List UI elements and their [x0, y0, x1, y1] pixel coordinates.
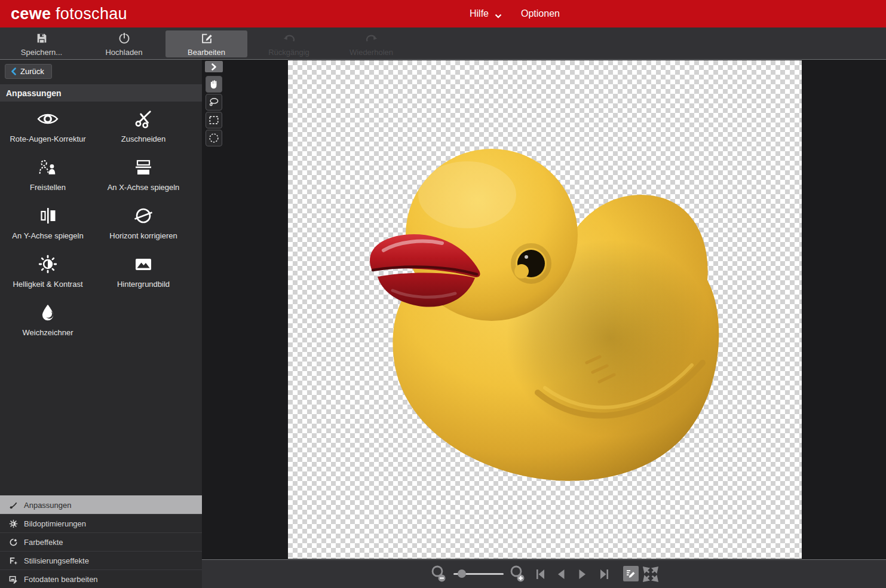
menu-optionen[interactable]: Optionen	[521, 8, 560, 19]
tool-label: An X-Achse spiegeln	[108, 183, 180, 192]
sidebar-item-label: Fotodaten bearbeiten	[24, 575, 98, 584]
back-button[interactable]: Zurück	[5, 64, 52, 79]
menu-hilfe-label: Hilfe	[470, 8, 489, 19]
sidebar-item-label: Farbeffekte	[24, 538, 63, 547]
stylize-fx-icon	[8, 556, 19, 565]
zoom-in-icon	[508, 564, 528, 584]
sidebar-item-label: Stilisierungseffekte	[24, 556, 89, 565]
sidebar-item-anpassungen[interactable]: Anpassungen	[0, 495, 202, 514]
tool-label: Zuschneiden	[121, 134, 165, 143]
redo-button-label: Wiederholen	[350, 48, 393, 57]
sidebar-item-fotodaten[interactable]: Fotodaten bearbeiten	[0, 569, 202, 588]
save-button-label: Speichern...	[21, 48, 62, 57]
image-artboard[interactable]	[288, 60, 802, 559]
section-title: Anpassungen	[0, 84, 202, 102]
previous-photo-button[interactable]	[556, 568, 566, 581]
redo-button[interactable]: Wiederholen	[330, 30, 412, 57]
compare-edit-button[interactable]	[623, 566, 639, 581]
previous-photo-icon	[556, 568, 566, 581]
canvas-image-rubber-duck[interactable]	[288, 60, 802, 559]
color-effects-icon	[8, 538, 19, 547]
tool-label: Freistellen	[30, 183, 66, 192]
editor-canvas	[202, 60, 886, 559]
chevron-down-icon	[495, 14, 502, 19]
first-photo-icon	[534, 568, 546, 581]
save-icon	[35, 32, 48, 45]
background-image-icon	[133, 253, 154, 275]
compare-edit-icon	[626, 568, 636, 579]
flip-y-icon	[38, 205, 57, 226]
zoom-out-button[interactable]	[429, 564, 449, 584]
tool-brightness[interactable]: Helligkeit & Kontrast	[0, 250, 96, 299]
upload-icon	[118, 32, 131, 45]
next-photo-button[interactable]	[577, 568, 588, 581]
save-button[interactable]: Speichern...	[1, 30, 82, 57]
app-window: cewe fotoschau Hilfe Optionen	[0, 0, 886, 588]
redo-icon	[364, 32, 379, 45]
undo-button-label: Rückgängig	[268, 48, 309, 57]
red-eye-icon	[36, 108, 59, 130]
tool-horizon[interactable]: Horizont korrigieren	[96, 202, 191, 250]
zoom-slider-thumb[interactable]	[458, 569, 466, 578]
tool-red-eye[interactable]: Rote-Augen-Korrektur	[0, 105, 96, 154]
edit-button-label: Bearbeiten	[188, 48, 225, 57]
tool-label: Weichzeichner	[22, 328, 73, 337]
chevron-left-icon	[11, 68, 16, 75]
ellipse-select-tool-button[interactable]	[206, 130, 222, 146]
sidebar: Zurück Anpassungen Rote-Augen-Korrektur	[0, 60, 202, 588]
photo-data-icon	[8, 575, 19, 584]
hand-icon	[209, 78, 220, 90]
tool-background[interactable]: Hintergrundbild	[96, 250, 191, 299]
sidebar-item-stilisierungseffekte[interactable]: Stilisierungseffekte	[0, 551, 202, 569]
lasso-tool-button[interactable]	[206, 94, 222, 111]
tool-label: Horizont korrigieren	[109, 231, 177, 240]
adjustments-icon	[8, 501, 19, 510]
upload-button-label: Hochladen	[105, 48, 142, 57]
tool-blur[interactable]: Weichzeichner	[0, 299, 96, 347]
edit-button[interactable]: Bearbeiten	[165, 30, 247, 57]
tool-flip-y[interactable]: An Y-Achse spiegeln	[0, 202, 96, 250]
sidebar-item-label: Bildoptimierungen	[24, 519, 86, 528]
undo-icon	[282, 32, 296, 45]
cutout-person-icon	[38, 157, 57, 178]
menu-optionen-label: Optionen	[521, 8, 560, 19]
last-photo-button[interactable]	[599, 568, 611, 581]
edit-icon	[200, 32, 213, 45]
tool-label: Rote-Augen-Korrektur	[10, 134, 85, 143]
first-photo-button[interactable]	[534, 568, 546, 581]
palette-collapse-button[interactable]	[205, 61, 223, 72]
brand-logo: cewe fotoschau	[11, 5, 127, 23]
lasso-icon	[208, 96, 220, 108]
fullscreen-icon	[642, 565, 660, 583]
brand-regular: fotoschau	[56, 5, 127, 23]
undo-button[interactable]: Rückgängig	[248, 30, 330, 57]
sidebar-category-menu: Anpassungen Bildoptimierun	[0, 495, 202, 588]
upload-button[interactable]: Hochladen	[83, 30, 165, 57]
sidebar-item-bildoptimierungen[interactable]: Bildoptimierungen	[0, 514, 202, 532]
blur-drop-icon	[39, 302, 57, 323]
statusbar	[202, 559, 886, 588]
hand-tool-button[interactable]	[206, 76, 222, 93]
tool-flip-x[interactable]: An X-Achse spiegeln	[96, 154, 191, 202]
tool-crop[interactable]: Zuschneiden	[96, 105, 191, 154]
rect-select-icon	[208, 114, 220, 126]
zoom-in-button[interactable]	[508, 564, 528, 584]
fullscreen-button[interactable]	[642, 565, 660, 583]
zoom-out-icon	[429, 564, 449, 584]
ellipse-select-icon	[208, 132, 220, 144]
adjustments-tool-grid: Rote-Augen-Korrektur Zuschneiden	[0, 105, 191, 347]
tool-label: Hintergrundbild	[117, 280, 170, 289]
header-menu: Hilfe Optionen	[470, 0, 560, 27]
optimize-sun-icon	[8, 519, 19, 528]
scissors-icon	[133, 108, 154, 130]
next-photo-icon	[577, 568, 588, 581]
last-photo-icon	[599, 568, 611, 581]
tool-cutout[interactable]: Freistellen	[0, 154, 96, 202]
sidebar-item-label: Anpassungen	[24, 501, 72, 510]
brightness-icon	[38, 253, 58, 275]
tool-label: Helligkeit & Kontrast	[13, 280, 82, 289]
main-toolbar: Speichern... Hochladen Bearbeiten	[0, 27, 886, 60]
sidebar-item-farbeffekte[interactable]: Farbeffekte	[0, 532, 202, 551]
rect-select-tool-button[interactable]	[206, 112, 222, 128]
menu-hilfe[interactable]: Hilfe	[470, 8, 502, 19]
